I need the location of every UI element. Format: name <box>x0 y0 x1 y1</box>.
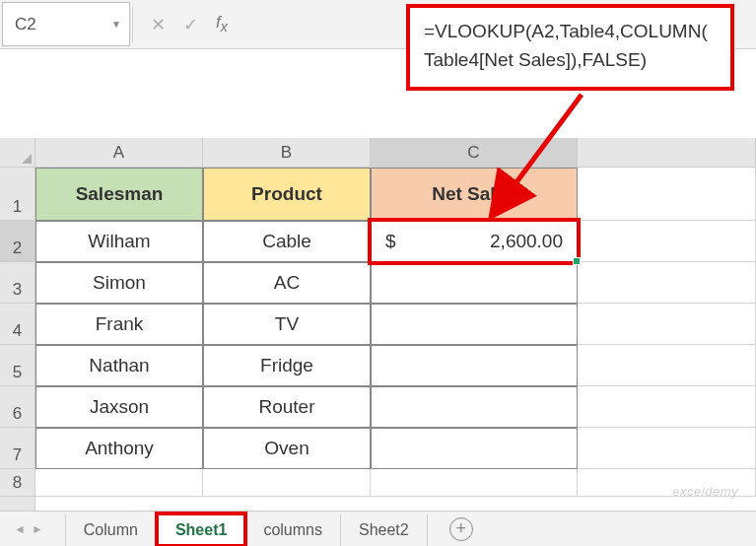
cell-A5[interactable]: Nathan <box>35 345 203 386</box>
fill-handle[interactable] <box>573 257 581 265</box>
name-box[interactable]: C2 ▼ <box>2 2 130 46</box>
svg-line-1 <box>491 95 582 217</box>
cell-B2[interactable]: Cable <box>203 221 371 262</box>
cancel-icon[interactable]: ✕ <box>151 14 166 35</box>
row-header-6[interactable]: 6 <box>0 386 34 428</box>
formula-line-1: =VLOOKUP(A2,Table4,COLUMN( <box>424 18 717 46</box>
tab-nav: ◄ ► <box>0 522 57 536</box>
row-header-5[interactable]: 5 <box>0 345 34 386</box>
col-header-b[interactable]: B <box>203 138 371 167</box>
cells-area: SalesmanProductNet SalesWilhamCable$2,60… <box>35 168 756 511</box>
row-header-7[interactable]: 7 <box>0 428 34 469</box>
cell-B1[interactable]: Product <box>203 168 371 221</box>
formula-bar-buttons: ✕ ✓ fx <box>133 0 257 48</box>
sheet-tabs-bar: ◄ ► ColumnSheet1columnsSheet2 + <box>0 511 756 546</box>
row-header-1[interactable]: 1 <box>0 168 34 221</box>
name-box-value: C2 <box>15 15 36 34</box>
cell-blank-1[interactable] <box>578 168 756 221</box>
cell-blank-4[interactable] <box>578 304 756 345</box>
cell-C5[interactable] <box>371 345 578 386</box>
row-header-8[interactable]: 8 <box>0 469 34 497</box>
cell-A2[interactable]: Wilham <box>35 221 203 262</box>
tab-sheet1[interactable]: Sheet1 <box>157 513 245 546</box>
cell-B4[interactable]: TV <box>203 304 371 345</box>
cell-blank-2[interactable] <box>578 221 756 262</box>
col-header-a[interactable]: A <box>35 138 203 167</box>
tabs-container: ColumnSheet1columnsSheet2 <box>65 512 428 546</box>
fx-icon[interactable]: fx <box>216 13 240 34</box>
tab-sheet2[interactable]: Sheet2 <box>341 514 428 546</box>
col-header-blank[interactable] <box>578 138 756 167</box>
cell-C8[interactable] <box>371 469 578 497</box>
cell-blank-3[interactable] <box>578 262 756 304</box>
cell-A1[interactable]: Salesman <box>35 168 203 221</box>
cell-A4[interactable]: Frank <box>35 304 203 345</box>
cell-A3[interactable]: Simon <box>35 262 203 304</box>
row-header-4[interactable]: 4 <box>0 304 34 345</box>
tab-column[interactable]: Column <box>65 514 157 546</box>
row-header-3[interactable]: 3 <box>0 262 34 304</box>
select-all-corner[interactable] <box>0 138 35 168</box>
new-sheet-button[interactable]: + <box>449 517 473 541</box>
cell-B5[interactable]: Fridge <box>203 345 371 386</box>
cell-A8[interactable] <box>35 469 203 497</box>
cell-blank-7[interactable] <box>578 428 756 469</box>
cell-C6[interactable] <box>371 386 578 428</box>
watermark: exceldemy <box>672 484 738 499</box>
tab-prev-icon[interactable]: ◄ <box>14 522 26 536</box>
cell-A7[interactable]: Anthony <box>35 428 203 469</box>
arrow-icon <box>483 91 601 229</box>
formula-line-2: Table4[Net Sales]),FALSE) <box>424 46 717 75</box>
cell-B6[interactable]: Router <box>203 386 371 428</box>
column-headers: ABC <box>35 138 756 168</box>
cell-B8[interactable] <box>203 469 371 497</box>
cell-C7[interactable] <box>371 428 578 469</box>
formula-callout: =VLOOKUP(A2,Table4,COLUMN( Table4[Net Sa… <box>406 4 734 91</box>
chevron-down-icon[interactable]: ▼ <box>111 19 121 30</box>
cell-B3[interactable]: AC <box>203 262 371 304</box>
cell-A6[interactable]: Jaxson <box>35 386 203 428</box>
row-headers: 12345678 <box>0 168 35 511</box>
net-sales-value: 2,600.00 <box>490 231 563 252</box>
enter-icon[interactable]: ✓ <box>183 14 198 35</box>
cell-B7[interactable]: Oven <box>203 428 371 469</box>
cell-blank-5[interactable] <box>578 345 756 386</box>
cell-C4[interactable] <box>371 304 578 345</box>
tab-columns[interactable]: columns <box>245 514 341 546</box>
row-header-2[interactable]: 2 <box>0 221 34 262</box>
tab-next-icon[interactable]: ► <box>32 522 43 536</box>
spreadsheet-grid: ABC 12345678 SalesmanProductNet SalesWil… <box>0 138 756 511</box>
cell-blank-6[interactable] <box>578 386 756 428</box>
cell-C3[interactable] <box>371 262 578 304</box>
currency-symbol: $ <box>385 231 396 252</box>
